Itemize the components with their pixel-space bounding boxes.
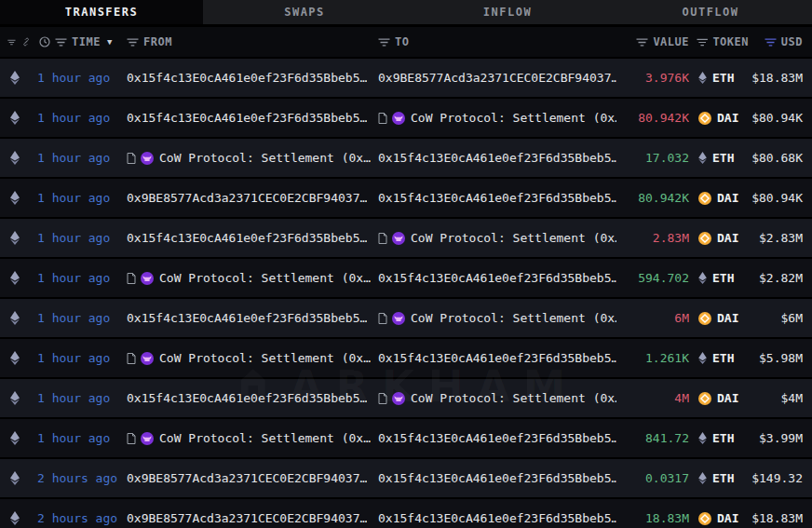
filter-icon[interactable] <box>636 38 648 47</box>
filter-icon[interactable] <box>55 38 67 47</box>
table-row[interactable]: 2 hours ago 0x9BE8577Acd3a2371CEC0E2CBF9… <box>0 459 812 497</box>
token-symbol: ETH <box>712 431 734 445</box>
time-header-label: TIME <box>72 35 101 48</box>
transfer-time-link[interactable]: 1 hour ago <box>30 351 127 365</box>
token-cell[interactable]: DAI <box>689 111 749 125</box>
transfer-value: 18.83M <box>622 511 689 525</box>
dai-token-icon <box>698 512 711 525</box>
tab-outflow[interactable]: OUTFLOW <box>609 0 812 24</box>
transfers-table: 1 hour ago 0x15f4c13E0cA461e0ef23F6d35Bb… <box>0 59 812 528</box>
token-cell[interactable]: DAI <box>689 231 749 245</box>
table-row[interactable]: 1 hour ago 0x15f4c13E0cA461e0ef23F6d35Bb… <box>0 379 812 417</box>
ethereum-chain-icon <box>0 431 30 445</box>
table-row[interactable]: 1 hour ago CoW Protocol: Settlement (0x…… <box>0 419 812 457</box>
to-column-header[interactable]: TO <box>378 35 622 48</box>
to-address[interactable]: 0x15f4c13E0cA461e0ef23F6d35Bbeb5… <box>378 151 622 165</box>
tab-transfers[interactable]: TRANSFERS <box>0 0 203 24</box>
table-row[interactable]: 2 hours ago 0x9BE8577Acd3a2371CEC0E2CBF9… <box>0 499 812 528</box>
filter-icon[interactable] <box>7 38 16 47</box>
to-address[interactable]: CoW Protocol: Settlement (0x… <box>378 111 622 125</box>
token-cell[interactable]: ETH <box>689 471 749 485</box>
transfer-time-link[interactable]: 1 hour ago <box>30 431 127 445</box>
token-symbol: DAI <box>717 511 738 525</box>
from-column-header[interactable]: FROM <box>127 35 378 48</box>
token-cell[interactable]: DAI <box>689 511 749 525</box>
from-address[interactable]: CoW Protocol: Settlement (0x… <box>127 151 378 165</box>
token-symbol: DAI <box>717 231 738 245</box>
value-column-header[interactable]: VALUE <box>622 35 689 48</box>
transfer-time-link[interactable]: 1 hour ago <box>30 71 127 85</box>
table-row[interactable]: 1 hour ago CoW Protocol: Settlement (0x…… <box>0 259 812 297</box>
table-row[interactable]: 1 hour ago 0x15f4c13E0cA461e0ef23F6d35Bb… <box>0 99 812 137</box>
to-address[interactable]: CoW Protocol: Settlement (0x… <box>378 391 622 405</box>
transfer-time-link[interactable]: 1 hour ago <box>30 231 127 245</box>
transfer-time-link[interactable]: 2 hours ago <box>30 471 127 485</box>
from-address[interactable]: 0x15f4c13E0cA461e0ef23F6d35Bbeb5… <box>127 231 378 245</box>
from-address[interactable]: 0x15f4c13E0cA461e0ef23F6d35Bbeb5… <box>127 111 378 125</box>
to-address[interactable]: 0x15f4c13E0cA461e0ef23F6d35Bbeb5… <box>378 431 622 445</box>
token-cell[interactable]: DAI <box>689 191 749 205</box>
transfer-time-link[interactable]: 1 hour ago <box>30 111 127 125</box>
token-cell[interactable]: ETH <box>689 71 749 85</box>
filter-icon[interactable] <box>697 38 708 47</box>
token-cell[interactable]: ETH <box>689 431 749 445</box>
to-address[interactable]: 0x15f4c13E0cA461e0ef23F6d35Bbeb5… <box>378 191 622 205</box>
from-address[interactable]: CoW Protocol: Settlement (0x… <box>127 431 378 445</box>
from-address[interactable]: 0x9BE8577Acd3a2371CEC0E2CBF94037… <box>127 191 378 205</box>
transfer-time-link[interactable]: 2 hours ago <box>30 511 127 525</box>
filter-icon-active[interactable] <box>765 38 777 47</box>
to-address[interactable]: 0x15f4c13E0cA461e0ef23F6d35Bbeb5… <box>378 351 622 365</box>
to-address[interactable]: CoW Protocol: Settlement (0x… <box>378 231 622 245</box>
token-column-header[interactable]: TOKEN <box>689 35 749 48</box>
to-address[interactable]: 0x9BE8577Acd3a2371CEC0E2CBF94037… <box>378 71 622 85</box>
token-cell[interactable]: DAI <box>689 391 749 405</box>
from-address[interactable]: 0x15f4c13E0cA461e0ef23F6d35Bbeb5… <box>127 391 378 405</box>
to-address[interactable]: 0x15f4c13E0cA461e0ef23F6d35Bbeb5… <box>378 471 622 485</box>
to-address[interactable]: 0x15f4c13E0cA461e0ef23F6d35Bbeb5… <box>378 271 622 285</box>
time-column-header[interactable]: TIME ▼ <box>30 35 127 48</box>
usd-value: $2.83M <box>749 231 812 245</box>
token-cell[interactable]: ETH <box>689 151 749 165</box>
usd-value: $80.94K <box>749 191 812 205</box>
token-cell[interactable]: ETH <box>689 351 749 365</box>
tab-inflow[interactable]: INFLOW <box>406 0 609 24</box>
to-label: CoW Protocol: Settlement (0x… <box>411 391 616 405</box>
table-row[interactable]: 1 hour ago 0x15f4c13E0cA461e0ef23F6d35Bb… <box>0 219 812 257</box>
caret-down-icon[interactable]: ▼ <box>107 37 113 47</box>
chain-column-header[interactable] <box>0 36 30 47</box>
clock-icon <box>39 36 50 47</box>
token-symbol: ETH <box>712 271 734 285</box>
transfer-time-link[interactable]: 1 hour ago <box>30 271 127 285</box>
transfer-time-link[interactable]: 1 hour ago <box>30 151 127 165</box>
from-address[interactable]: 0x9BE8577Acd3a2371CEC0E2CBF94037… <box>127 511 378 525</box>
usd-column-header[interactable]: USD <box>749 35 812 48</box>
filter-icon[interactable] <box>127 38 139 47</box>
token-cell[interactable]: ETH <box>689 271 749 285</box>
table-row[interactable]: 1 hour ago 0x9BE8577Acd3a2371CEC0E2CBF94… <box>0 179 812 217</box>
transfer-time-link[interactable]: 1 hour ago <box>30 191 127 205</box>
transfer-time-link[interactable]: 1 hour ago <box>30 391 127 405</box>
from-address[interactable]: 0x9BE8577Acd3a2371CEC0E2CBF94037… <box>127 471 378 485</box>
table-row[interactable]: 1 hour ago CoW Protocol: Settlement (0x…… <box>0 339 812 377</box>
ethereum-chain-icon <box>0 271 30 285</box>
from-address[interactable]: CoW Protocol: Settlement (0x… <box>127 271 378 285</box>
from-label: 0x15f4c13E0cA461e0ef23F6d35Bbeb5… <box>127 111 367 125</box>
filter-icon[interactable] <box>378 38 390 47</box>
from-label: CoW Protocol: Settlement (0x… <box>159 151 371 165</box>
transfer-value: 594.702 <box>622 271 689 285</box>
transfer-value: 6M <box>622 311 689 325</box>
from-label: 0x15f4c13E0cA461e0ef23F6d35Bbeb5… <box>127 71 367 85</box>
table-row[interactable]: 1 hour ago 0x15f4c13E0cA461e0ef23F6d35Bb… <box>0 299 812 337</box>
transfer-time-link[interactable]: 1 hour ago <box>30 311 127 325</box>
table-row[interactable]: 1 hour ago 0x15f4c13E0cA461e0ef23F6d35Bb… <box>0 59 812 97</box>
from-address[interactable]: 0x15f4c13E0cA461e0ef23F6d35Bbeb5… <box>127 71 378 85</box>
from-address[interactable]: CoW Protocol: Settlement (0x… <box>127 351 378 365</box>
eth-token-icon <box>698 72 707 84</box>
entity-icons <box>127 272 154 285</box>
to-address[interactable]: CoW Protocol: Settlement (0x… <box>378 311 622 325</box>
to-address[interactable]: 0x15f4c13E0cA461e0ef23F6d35Bbeb5… <box>378 511 622 525</box>
token-cell[interactable]: DAI <box>689 311 749 325</box>
table-row[interactable]: 1 hour ago CoW Protocol: Settlement (0x…… <box>0 139 812 177</box>
from-address[interactable]: 0x15f4c13E0cA461e0ef23F6d35Bbeb5… <box>127 311 378 325</box>
tab-swaps[interactable]: SWAPS <box>203 0 406 24</box>
